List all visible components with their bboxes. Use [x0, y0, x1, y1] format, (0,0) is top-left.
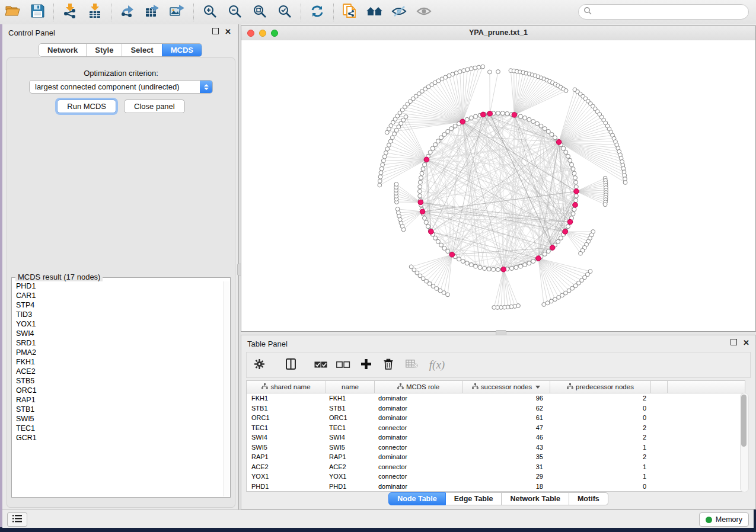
- open-file-button[interactable]: [1, 2, 24, 23]
- column-header-predecessor-nodes[interactable]: predecessor nodes: [550, 381, 651, 393]
- table-cell[interactable]: PHD1: [247, 483, 326, 490]
- table-cell[interactable]: connector: [375, 463, 462, 470]
- show-elements-button[interactable]: [413, 2, 436, 23]
- table-cell[interactable]: 43: [462, 444, 550, 451]
- table-cell[interactable]: RAP1: [247, 453, 326, 460]
- result-list-item[interactable]: GCR1: [16, 433, 224, 443]
- result-list-item[interactable]: SRD1: [16, 338, 224, 348]
- table-cell[interactable]: ORC1: [326, 414, 375, 421]
- table-cell[interactable]: 0: [550, 405, 651, 412]
- table-cell[interactable]: 46: [462, 434, 550, 441]
- table-cell[interactable]: 18: [462, 483, 550, 490]
- result-list-scrollbar[interactable]: [224, 281, 229, 496]
- tab-select[interactable]: Select: [122, 44, 161, 56]
- create-column-button[interactable]: [355, 356, 377, 374]
- table-cell[interactable]: YOX1: [326, 473, 375, 480]
- table-row[interactable]: PHD1PHD1dominator180: [247, 482, 745, 492]
- table-cell[interactable]: dominator: [375, 453, 462, 460]
- search-input[interactable]: [595, 7, 744, 17]
- task-history-button[interactable]: [7, 512, 27, 527]
- close-panel-button[interactable]: Close panel: [124, 100, 185, 113]
- table-row[interactable]: FKH1FKH1dominator962: [247, 393, 745, 403]
- unselect-all-columns-button[interactable]: [332, 356, 355, 374]
- network-canvas[interactable]: [241, 40, 755, 331]
- zoom-in-button[interactable]: [198, 2, 222, 23]
- table-scrollbar[interactable]: [740, 393, 749, 492]
- table-cell[interactable]: ORC1: [247, 414, 326, 421]
- table-row[interactable]: YOX1YOX1connector291: [247, 472, 745, 482]
- export-network-button[interactable]: [116, 2, 139, 23]
- table-cell[interactable]: 0: [550, 483, 651, 490]
- table-cell[interactable]: RAP1: [326, 453, 375, 460]
- hide-elements-button[interactable]: [388, 2, 412, 23]
- table-cell[interactable]: dominator: [375, 405, 462, 412]
- result-list-item[interactable]: ACE2: [16, 367, 224, 376]
- delete-column-button[interactable]: [377, 356, 400, 374]
- table-cell[interactable]: SWI5: [247, 444, 326, 451]
- table-cell[interactable]: dominator: [375, 434, 462, 441]
- column-header-name[interactable]: name: [326, 381, 375, 393]
- table-cell[interactable]: SWI5: [326, 444, 375, 451]
- table-row[interactable]: ACE2ACE2connector311: [247, 462, 745, 472]
- export-table-button[interactable]: [141, 2, 164, 23]
- table-cell[interactable]: 1: [550, 463, 651, 470]
- result-list-item[interactable]: STB1: [16, 405, 224, 414]
- table-cell[interactable]: 2: [550, 453, 651, 460]
- table-cell[interactable]: 35: [462, 453, 550, 460]
- select-all-columns-button[interactable]: [310, 356, 332, 374]
- result-list-item[interactable]: SWI4: [16, 329, 224, 338]
- table-row[interactable]: STB1STB1dominator620: [247, 403, 745, 414]
- result-list-item[interactable]: SWI5: [16, 414, 224, 424]
- table-cell[interactable]: PHD1: [326, 483, 375, 490]
- table-cell[interactable]: dominator: [375, 395, 462, 402]
- save-session-button[interactable]: [25, 2, 49, 23]
- column-header-successor-nodes[interactable]: successor nodes: [462, 381, 550, 393]
- table-cell[interactable]: 2: [550, 434, 651, 441]
- network-graph[interactable]: [241, 40, 755, 331]
- table-settings-button[interactable]: [247, 356, 272, 374]
- table-cell[interactable]: SWI4: [326, 434, 375, 441]
- table-cell[interactable]: dominator: [375, 414, 462, 421]
- table-row[interactable]: SWI5SWI5connector431: [247, 443, 745, 453]
- copy-style-button[interactable]: [338, 2, 362, 23]
- column-header-mcds-role[interactable]: MCDS role: [375, 381, 462, 393]
- memory-button[interactable]: Memory: [699, 512, 749, 527]
- table-cell[interactable]: TEC1: [326, 424, 375, 431]
- tab-mcds[interactable]: MCDS: [162, 44, 202, 56]
- table-cell[interactable]: SWI4: [247, 434, 326, 441]
- result-list-item[interactable]: YOX1: [16, 319, 224, 329]
- tab-edge-table[interactable]: Edge Table: [446, 492, 502, 505]
- refresh-button[interactable]: [305, 2, 329, 23]
- import-table-button[interactable]: [83, 2, 107, 23]
- zoom-fit-button[interactable]: [248, 2, 272, 23]
- table-cell[interactable]: 96: [462, 395, 550, 402]
- result-list-item[interactable]: RAP1: [16, 395, 224, 405]
- run-mcds-button[interactable]: Run MCDS: [57, 100, 116, 113]
- table-cell[interactable]: YOX1: [247, 473, 326, 480]
- table-row[interactable]: RAP1RAP1dominator352: [247, 452, 745, 462]
- table-cell[interactable]: 1: [550, 444, 651, 451]
- table-cell[interactable]: 47: [462, 424, 550, 431]
- table-cell[interactable]: 2: [550, 395, 651, 402]
- result-list-item[interactable]: CAR1: [16, 291, 224, 300]
- float-panel-icon[interactable]: [731, 339, 737, 347]
- table-cell[interactable]: 1: [550, 473, 651, 480]
- home-network-button[interactable]: [363, 2, 387, 23]
- import-network-button[interactable]: [58, 2, 82, 23]
- result-list-item[interactable]: TEC1: [16, 424, 224, 433]
- table-cell[interactable]: connector: [375, 444, 462, 451]
- result-list-item[interactable]: FKH1: [16, 357, 224, 367]
- zoom-selected-button[interactable]: [273, 2, 296, 23]
- export-image-button[interactable]: [165, 2, 189, 23]
- table-cell[interactable]: 31: [462, 463, 550, 470]
- scrollbar-thumb[interactable]: [741, 395, 747, 447]
- tab-style[interactable]: Style: [86, 44, 122, 56]
- tab-network-table[interactable]: Network Table: [502, 492, 569, 505]
- table-row[interactable]: TEC1TEC1connector472: [247, 423, 745, 433]
- table-cell[interactable]: FKH1: [326, 395, 375, 402]
- search-field[interactable]: [578, 4, 749, 20]
- result-list-item[interactable]: STP4: [16, 300, 224, 310]
- result-list-item[interactable]: TID3: [16, 310, 224, 319]
- network-titlebar[interactable]: YPA_prune.txt_1: [241, 26, 755, 41]
- table-cell[interactable]: connector: [375, 424, 462, 431]
